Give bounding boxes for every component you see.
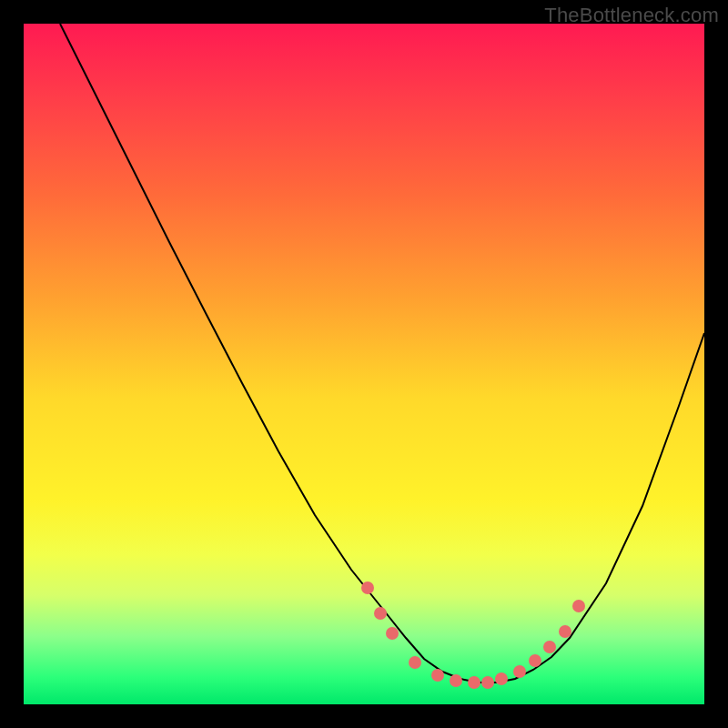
sample-dot <box>450 674 462 687</box>
chart-frame <box>24 24 704 704</box>
bottleneck-curve <box>60 24 704 682</box>
sample-dot <box>495 672 508 685</box>
sample-dot <box>559 625 571 638</box>
sample-dot <box>529 654 541 667</box>
sample-dots-group <box>361 581 585 689</box>
sample-dot <box>361 581 374 594</box>
sample-dot <box>431 669 444 682</box>
watermark-text: TheBottleneck.com <box>544 4 719 27</box>
sample-dot <box>543 641 556 653</box>
sample-dot <box>468 676 480 689</box>
sample-dot <box>513 665 526 678</box>
bottleneck-plot <box>24 24 704 704</box>
sample-dot <box>386 627 399 640</box>
sample-dot <box>374 607 387 620</box>
sample-dot <box>481 676 494 689</box>
sample-dot <box>572 600 585 612</box>
sample-dot <box>409 656 421 669</box>
